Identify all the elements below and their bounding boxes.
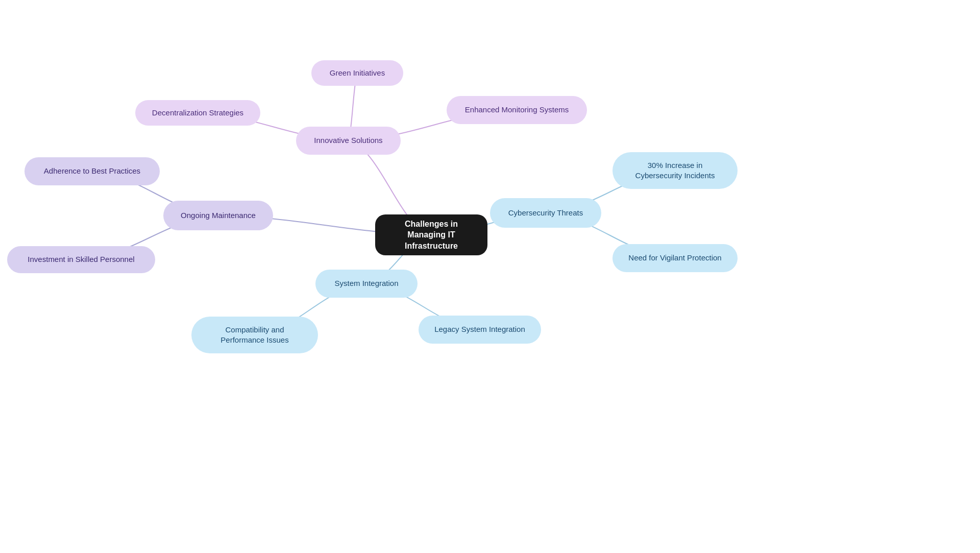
node-label: 30% Increase in Cybersecurity Incidents [624, 160, 726, 181]
node-enhanced-monitoring: Enhanced Monitoring Systems [447, 96, 587, 124]
node-ongoing-maintenance: Ongoing Maintenance [163, 201, 273, 230]
node-adherence-best-practices: Adherence to Best Practices [24, 157, 160, 185]
node-label: Enhanced Monitoring Systems [465, 105, 569, 115]
node-vigilant-protection: Need for Vigilant Protection [612, 244, 738, 272]
node-label: Innovative Solutions [314, 135, 382, 146]
node-label: Legacy System Integration [434, 324, 525, 334]
node-compatibility-performance: Compatibility and Performance Issues [191, 317, 318, 353]
node-label: Compatibility and Performance Issues [203, 325, 307, 346]
center-node: Challenges in Managing IT Infrastructure [375, 214, 487, 255]
node-innovative-solutions: Innovative Solutions [296, 127, 401, 155]
node-label: Need for Vigilant Protection [628, 253, 721, 263]
node-system-integration: System Integration [315, 270, 418, 298]
node-legacy-integration: Legacy System Integration [419, 316, 541, 344]
node-label: Investment in Skilled Personnel [28, 254, 134, 265]
node-label: Green Initiatives [330, 68, 385, 78]
node-cybersecurity-threats: Cybersecurity Threats [490, 198, 601, 228]
node-label: Ongoing Maintenance [181, 210, 256, 221]
node-label: Cybersecurity Threats [508, 208, 583, 218]
node-label: Decentralization Strategies [152, 108, 243, 118]
node-decentralization: Decentralization Strategies [135, 100, 260, 126]
node-label: Adherence to Best Practices [44, 166, 140, 176]
node-cybersecurity-incidents: 30% Increase in Cybersecurity Incidents [612, 152, 738, 189]
node-label: System Integration [334, 278, 398, 288]
node-green-initiatives: Green Initiatives [311, 60, 403, 86]
node-investment-skilled: Investment in Skilled Personnel [7, 246, 155, 273]
